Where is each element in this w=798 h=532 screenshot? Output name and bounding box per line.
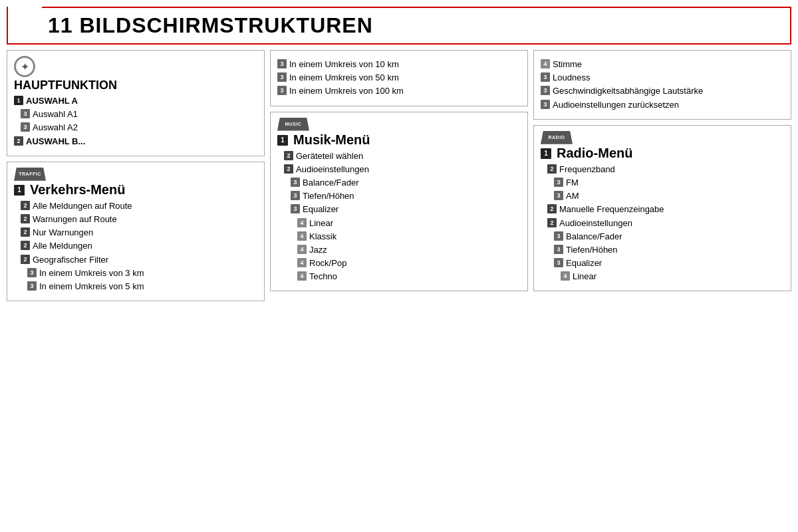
tree-label: Equalizer — [566, 257, 602, 269]
tree-item: 2Geografischer Filter — [21, 254, 257, 266]
tree-item: 3Balance/Fader — [291, 177, 521, 189]
column-0: ✦ HAUPTFUNKTION1AUSWAHL A3Auswahl A13Aus… — [7, 50, 265, 522]
level-badge: 2 — [284, 164, 293, 174]
tree-label: Alle Meldungen auf Route — [33, 200, 132, 212]
tree-item: 2Audioeinstellungen — [284, 164, 521, 176]
level-badge: 4 — [541, 59, 550, 68]
tree-label: Tiefen/Höhen — [303, 190, 354, 202]
tree-label: Alle Meldungen — [33, 240, 92, 252]
tree-label: Audioeinstellungen — [296, 164, 369, 176]
panel-hauptfunktion: ✦ HAUPTFUNKTION1AUSWAHL A3Auswahl A13Aus… — [7, 50, 265, 156]
sun-icon: ✦ — [14, 56, 257, 77]
level-badge: 3 — [541, 72, 550, 82]
tree-label: In einem Umkreis von 10 km — [289, 59, 399, 70]
tree: 4Stimme3Loudness3Geschwindigkeitsabhängi… — [541, 59, 784, 111]
tree-item: 4Jazz — [297, 244, 521, 256]
tree-item: 3Auswahl A1 — [21, 108, 257, 120]
level-badge: 2 — [547, 164, 557, 174]
tree-item: 1AUSWAHL A — [14, 95, 257, 107]
tree-item: 3Auswahl A2 — [21, 122, 257, 134]
music-icon: MUSIC — [277, 118, 521, 131]
level-badge: 3 — [291, 178, 300, 187]
tree-item: 2Nur Warnungen — [21, 227, 257, 239]
level-badge: 2 — [21, 201, 30, 210]
level-badge: 3 — [21, 109, 30, 118]
tree-item: 4Techno — [297, 271, 521, 283]
tree-item: 2Manuelle Frequenzeingabe — [547, 203, 784, 215]
panel-radio-menu: RADIO1Radio-Menü2Frequenzband3FM3AM2Manu… — [533, 125, 791, 292]
radio-icon: RADIO — [541, 131, 784, 144]
tree-item: 3Geschwindigkeitsabhängige Lautstärke — [541, 85, 784, 97]
level-badge: 4 — [297, 245, 307, 254]
tree-item: 2Audioeinstellungen — [547, 217, 784, 229]
page-header: 11 BILDSCHIRMSTRUKTUREN — [7, 7, 791, 45]
level-badge: 3 — [277, 59, 287, 68]
tree-label: Rock/Pop — [309, 257, 346, 269]
tree-item: 3Loudness — [541, 72, 784, 84]
tree-item: 3Audioeinstellungen zurücksetzen — [541, 99, 784, 111]
main-content: ✦ HAUPTFUNKTION1AUSWAHL A3Auswahl A13Aus… — [0, 50, 798, 529]
tree-label: Geräteteil wählen — [296, 150, 363, 162]
tree-label: Techno — [309, 271, 337, 283]
level-badge: 3 — [554, 258, 563, 267]
tree-item: 3In einem Umkreis von 3 km — [27, 267, 257, 279]
tree-item: 3Balance/Fader — [554, 231, 784, 243]
tree-label: In einem Umkreis von 3 km — [39, 267, 144, 279]
level-badge: 2 — [21, 214, 30, 223]
tree-item: 4Linear — [561, 271, 784, 283]
tree-label: Auswahl A1 — [33, 108, 78, 120]
level-badge: 2 — [14, 136, 23, 146]
level-badge: 3 — [554, 245, 563, 254]
panel-title: 1Musik-Menü — [277, 132, 521, 148]
level-badge: 3 — [291, 191, 300, 200]
panel-title: HAUPTFUNKTION — [14, 78, 257, 92]
level-badge: 3 — [277, 86, 287, 95]
tree-item: 3Equalizer — [291, 203, 521, 215]
tree-item: 3Tiefen/Höhen — [291, 190, 521, 202]
level-badge: 3 — [291, 204, 300, 213]
level-badge: 1 — [14, 185, 25, 196]
tree-item: 3In einem Umkreis von 10 km — [277, 59, 521, 70]
level-badge: 2 — [21, 227, 30, 237]
tree-label: Loudness — [553, 72, 590, 84]
panel-title-label: Radio-Menü — [557, 146, 632, 161]
level-badge: 1 — [277, 135, 288, 146]
tree-label: AUSWAHL B... — [26, 136, 85, 148]
tree-label: Equalizer — [303, 203, 338, 215]
traffic-icon: TRAFFIC — [14, 168, 257, 181]
level-badge: 3 — [21, 122, 30, 132]
tree: 3In einem Umkreis von 10 km3In einem Umk… — [277, 59, 521, 98]
level-badge: 3 — [554, 178, 563, 187]
panel-title-label: Musik-Menü — [293, 132, 370, 148]
tree-label: Auswahl A2 — [33, 122, 78, 134]
tree-item: 2Alle Meldungen — [21, 240, 257, 252]
tree: 1AUSWAHL A3Auswahl A13Auswahl A22AUSWAHL… — [14, 95, 257, 148]
level-badge: 2 — [21, 241, 30, 250]
level-badge: 4 — [297, 271, 307, 281]
tree-label: Linear — [309, 217, 333, 229]
tree-item: 2AUSWAHL B... — [14, 136, 257, 148]
panel-title: 1Radio-Menü — [541, 146, 784, 161]
tree-item: 3In einem Umkreis von 5 km — [27, 281, 257, 293]
level-badge: 4 — [297, 231, 307, 241]
tree-label: Klassik — [309, 231, 336, 243]
tree: 2Alle Meldungen auf Route2Warnungen auf … — [14, 200, 257, 293]
tree-item: 4Stimme — [541, 59, 784, 70]
tree-label: Manuelle Frequenzeingabe — [559, 203, 664, 215]
level-badge: 4 — [297, 218, 307, 227]
tree-label: Balance/Fader — [566, 231, 622, 243]
tree-label: Tiefen/Höhen — [566, 244, 618, 256]
level-badge: 3 — [541, 100, 550, 109]
tree-item: 3FM — [554, 177, 784, 189]
tree-label: Stimme — [553, 59, 582, 70]
tree-item: 2Warnungen auf Route — [21, 213, 257, 225]
tree-item: 3In einem Umkreis von 50 km — [277, 72, 521, 84]
tree-label: AUSWAHL A — [26, 95, 78, 107]
tree-item: 4Linear — [297, 217, 521, 229]
tree-label: Geografischer Filter — [33, 254, 108, 266]
panel-verkehrs-menu: TRAFFIC1Verkehrs-Menü2Alle Meldungen auf… — [7, 162, 265, 301]
column-1: 3In einem Umkreis von 10 km3In einem Umk… — [270, 50, 528, 522]
tree-item: 3AM — [554, 190, 784, 202]
tree: 2Geräteteil wählen2Audioeinstellungen3Ba… — [277, 150, 521, 283]
level-badge: 2 — [21, 255, 30, 264]
